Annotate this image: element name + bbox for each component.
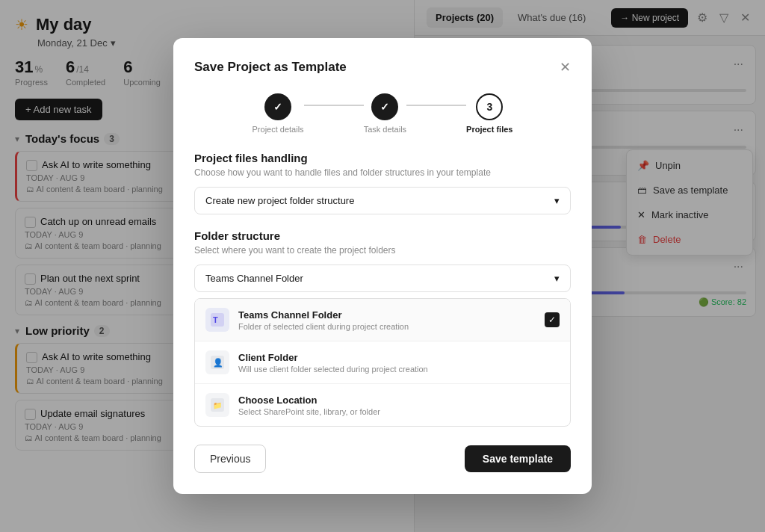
option-choose-location[interactable]: 📁 Choose Location Select SharePoint site…: [195, 384, 570, 426]
save-template-button[interactable]: Save template: [465, 445, 571, 472]
selected-folder-dropdown[interactable]: Teams Channel Folder ▾: [194, 265, 571, 292]
step-1: ✓ Project details: [253, 93, 304, 134]
option-teams-channel[interactable]: T Teams Channel Folder Folder of selecte…: [195, 299, 570, 341]
folder-structure-desc: Select where you want to create the proj…: [194, 245, 571, 256]
files-handling-title: Project files handling: [194, 152, 571, 164]
folder-structure-title: Folder structure: [194, 229, 571, 242]
modal-footer: Previous Save template: [194, 445, 571, 473]
step-2-label: Task details: [364, 125, 406, 134]
step-1-circle: ✓: [264, 93, 291, 120]
modal-close-button[interactable]: ✕: [560, 59, 571, 75]
option-client-folder[interactable]: 👤 Client Folder Will use client folder s…: [195, 341, 570, 384]
svg-text:📁: 📁: [213, 400, 223, 410]
files-handling-desc: Choose how you want to handle files and …: [194, 167, 571, 178]
modal-overlay[interactable]: Save Project as Template ✕ ✓ Project det…: [0, 0, 765, 532]
folder-structure-dropdown[interactable]: Create new project folder structure ▾: [194, 187, 571, 214]
step-3-circle: 3: [476, 93, 503, 120]
modal: Save Project as Template ✕ ✓ Project det…: [173, 38, 592, 494]
folder-options-list: T Teams Channel Folder Folder of selecte…: [194, 298, 571, 427]
step-2: ✓ Task details: [364, 93, 406, 134]
teams-icon: T: [205, 308, 229, 332]
stepper: ✓ Project details ✓ Task details 3 Proje…: [194, 93, 571, 134]
modal-header: Save Project as Template ✕: [194, 59, 571, 75]
step-1-label: Project details: [253, 125, 304, 134]
previous-button[interactable]: Previous: [194, 445, 266, 473]
client-folder-icon: 👤: [205, 350, 229, 374]
modal-title: Save Project as Template: [194, 60, 347, 75]
step-line-1: [304, 105, 364, 106]
svg-text:👤: 👤: [213, 357, 223, 368]
svg-text:T: T: [213, 315, 218, 324]
location-icon: 📁: [205, 393, 229, 417]
option-check-icon: ✓: [545, 312, 560, 327]
step-line-2: [406, 105, 466, 106]
chevron-down-icon: ▾: [554, 273, 560, 284]
step-3: 3 Project files: [466, 93, 512, 134]
chevron-down-icon: ▾: [554, 195, 560, 206]
step-2-circle: ✓: [371, 93, 398, 120]
step-3-label: Project files: [466, 125, 512, 134]
